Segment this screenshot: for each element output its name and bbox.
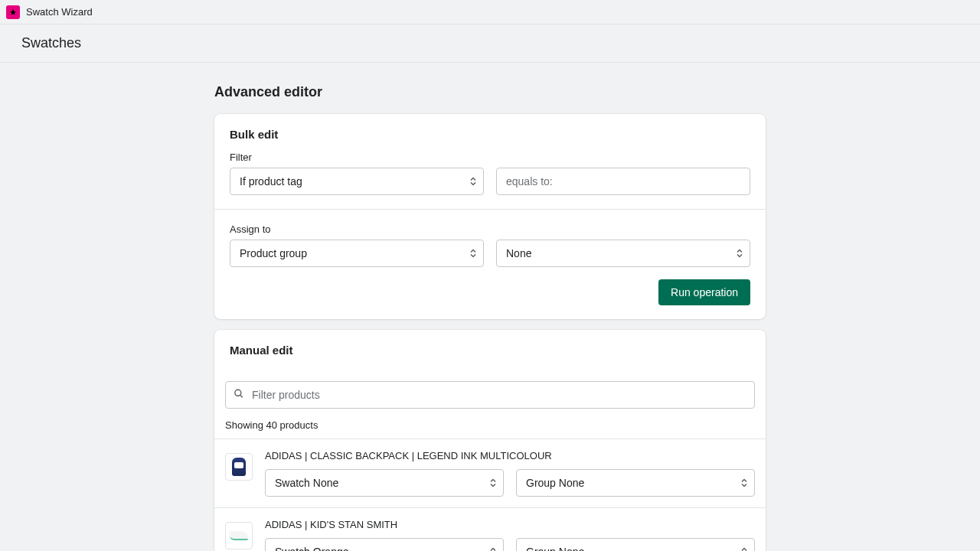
page-header: Swatches bbox=[0, 24, 980, 63]
app-logo-icon bbox=[6, 5, 20, 19]
assign-type-select[interactable]: Product group bbox=[230, 240, 484, 267]
filter-value-input[interactable] bbox=[496, 168, 750, 195]
run-operation-button[interactable]: Run operation bbox=[658, 279, 750, 305]
product-list: ADIDAS | CLASSIC BACKPACK | LEGEND INK M… bbox=[214, 439, 766, 551]
bulk-edit-title: Bulk edit bbox=[230, 128, 750, 141]
filter-type-select[interactable]: If product tag bbox=[230, 168, 484, 195]
result-count: Showing 40 products bbox=[225, 419, 755, 431]
product-thumbnail bbox=[225, 522, 253, 549]
product-swatch-select[interactable]: Swatch Orange bbox=[265, 538, 504, 551]
bulk-edit-card: Bulk edit Filter If product tag bbox=[214, 114, 766, 319]
filter-label: Filter bbox=[230, 152, 750, 163]
assign-label: Assign to bbox=[230, 223, 750, 235]
product-group-select[interactable]: Group None bbox=[516, 538, 755, 551]
main-content: Advanced editor Bulk edit Filter If prod… bbox=[214, 63, 766, 551]
product-name: ADIDAS | CLASSIC BACKPACK | LEGEND INK M… bbox=[265, 450, 755, 461]
product-group-select[interactable]: Group None bbox=[516, 469, 755, 497]
assign-value-select[interactable]: None bbox=[496, 240, 750, 267]
app-title: Swatch Wizard bbox=[26, 6, 93, 18]
manual-edit-card: Manual edit Showing 40 products ADIDAS |… bbox=[214, 330, 766, 551]
product-swatch-select[interactable]: Swatch None bbox=[265, 469, 504, 497]
product-row: ADIDAS | KID'S STAN SMITH Swatch Orange bbox=[214, 507, 766, 551]
page-title: Swatches bbox=[21, 35, 959, 51]
product-name: ADIDAS | KID'S STAN SMITH bbox=[265, 519, 755, 530]
manual-edit-title: Manual edit bbox=[230, 344, 750, 357]
app-header: Swatch Wizard bbox=[0, 0, 980, 24]
section-title: Advanced editor bbox=[214, 84, 766, 100]
product-thumbnail bbox=[225, 453, 253, 481]
product-row: ADIDAS | CLASSIC BACKPACK | LEGEND INK M… bbox=[214, 439, 766, 507]
search-input[interactable] bbox=[225, 381, 755, 409]
